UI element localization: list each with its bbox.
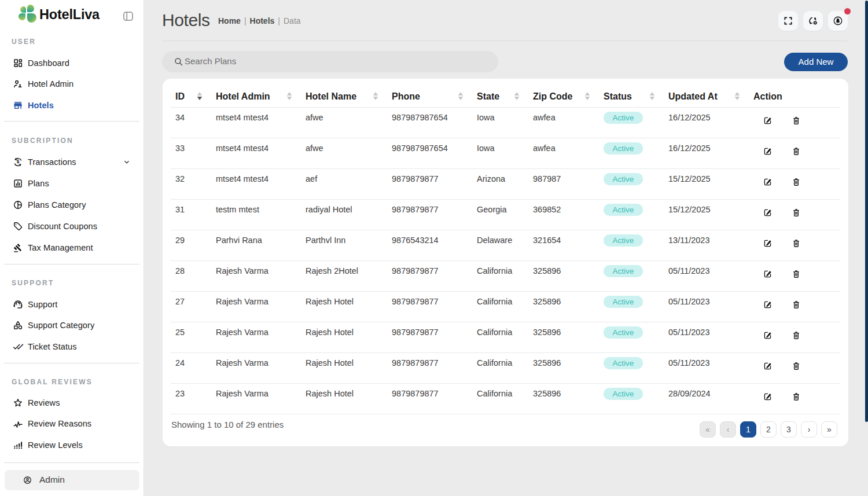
svg-text:$: $ <box>17 159 20 164</box>
